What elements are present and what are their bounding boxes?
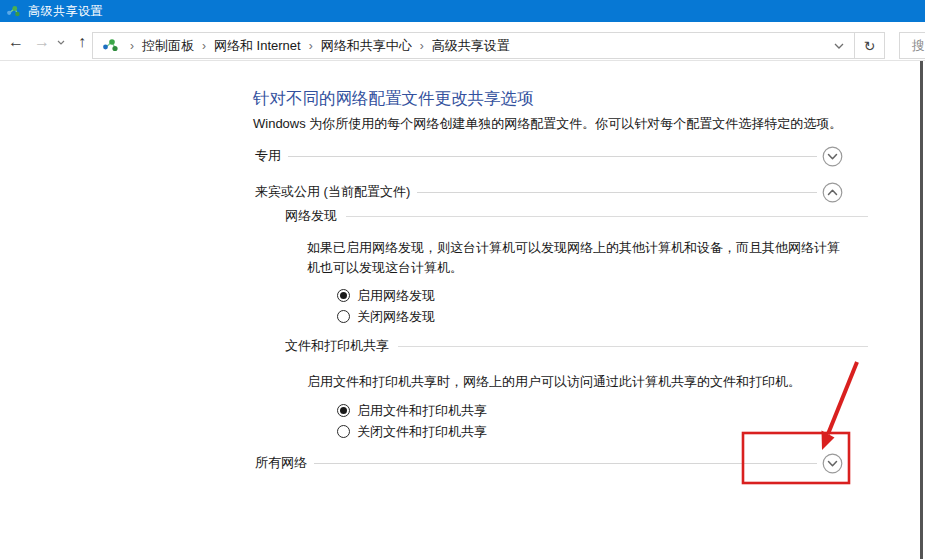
network-discovery-description: 如果已启用网络发现，则这台计算机可以发现网络上的其他计算机和设备，而且其他网络计…: [307, 238, 852, 278]
window-right-edge: [920, 61, 923, 559]
subsection-divider: [346, 216, 868, 217]
section-all-networks: 所有网络: [255, 452, 843, 474]
radio-row-enable-file-sharing[interactable]: 启用文件和打印机共享: [337, 401, 487, 420]
radio-label[interactable]: 启用网络发现: [357, 287, 435, 305]
breadcrumb-separator: ›: [194, 39, 214, 53]
expand-all-networks-chevron-icon[interactable]: [822, 453, 843, 474]
radio-label[interactable]: 关闭网络发现: [357, 308, 435, 326]
expand-private-chevron-icon[interactable]: [822, 146, 843, 167]
breadcrumb-item-network-internet[interactable]: 网络和 Internet: [214, 37, 301, 55]
section-divider: [417, 192, 817, 193]
radio-row-disable-file-sharing[interactable]: 关闭文件和打印机共享: [337, 422, 487, 441]
radio-label[interactable]: 启用文件和打印机共享: [357, 402, 487, 420]
breadcrumb-item-advanced-sharing[interactable]: 高级共享设置: [432, 37, 510, 55]
navigation-toolbar: ← → ↑ › 控制面板 › 网络和 Internet › 网络和共享中心: [0, 22, 925, 61]
breadcrumb-separator: ›: [301, 39, 321, 53]
section-divider: [314, 463, 817, 464]
page-title: 针对不同的网络配置文件更改共享选项: [253, 88, 534, 110]
annotation-overlay: [0, 0, 925, 559]
sharing-settings-icon: [6, 5, 21, 18]
breadcrumb-separator: ›: [122, 39, 142, 53]
subsection-divider: [398, 346, 868, 347]
radio-disable-file-sharing[interactable]: [337, 425, 350, 438]
radio-disable-network-discovery[interactable]: [337, 310, 350, 323]
section-guest-public-label: 来宾或公用 (当前配置文件): [255, 183, 410, 201]
breadcrumb: › 控制面板 › 网络和 Internet › 网络和共享中心 › 高级共享设置: [93, 37, 824, 55]
radio-label[interactable]: 关闭文件和打印机共享: [357, 423, 487, 441]
recent-pages-chevron-icon[interactable]: [54, 31, 68, 53]
file-printer-sharing-options: 启用文件和打印机共享 关闭文件和打印机共享: [337, 401, 487, 443]
network-discovery-title: 网络发现: [285, 207, 337, 225]
file-printer-sharing-title: 文件和打印机共享: [285, 337, 389, 355]
page-description: Windows 为你所使用的每个网络创建单独的网络配置文件。你可以针对每个配置文…: [253, 115, 842, 133]
refresh-icon[interactable]: ↻: [854, 33, 884, 58]
advanced-sharing-settings-window: 高级共享设置 ← → ↑ › 控制面板 › 网络和 Internet: [0, 0, 925, 559]
section-all-networks-label: 所有网络: [255, 454, 307, 472]
section-private-label: 专用: [255, 147, 281, 165]
collapse-guest-public-chevron-icon[interactable]: [822, 182, 843, 203]
address-bar[interactable]: › 控制面板 › 网络和 Internet › 网络和共享中心 › 高级共享设置…: [92, 32, 885, 59]
radio-row-enable-network-discovery[interactable]: 启用网络发现: [337, 286, 435, 305]
breadcrumb-item-control-panel[interactable]: 控制面板: [142, 37, 194, 55]
back-icon[interactable]: ←: [4, 31, 28, 53]
breadcrumb-separator: ›: [412, 39, 432, 53]
radio-enable-network-discovery[interactable]: [337, 289, 350, 302]
file-printer-sharing-description: 启用文件和打印机共享时，网络上的用户可以访问通过此计算机共享的文件和打印机。: [307, 372, 852, 392]
network-discovery-options: 启用网络发现 关闭网络发现: [337, 286, 435, 328]
up-icon[interactable]: ↑: [70, 31, 94, 53]
network-icon: [102, 38, 119, 53]
section-guest-public: 来宾或公用 (当前配置文件): [255, 181, 843, 203]
radio-row-disable-network-discovery[interactable]: 关闭网络发现: [337, 307, 435, 326]
subsection-network-discovery: 网络发现: [285, 208, 868, 224]
title-bar: 高级共享设置: [0, 0, 925, 22]
section-private: 专用: [255, 145, 843, 167]
breadcrumb-item-network-sharing-center[interactable]: 网络和共享中心: [321, 37, 412, 55]
forward-icon[interactable]: →: [30, 31, 54, 53]
address-dropdown-chevron-icon[interactable]: [824, 33, 854, 58]
section-divider: [288, 156, 817, 157]
radio-enable-file-sharing[interactable]: [337, 404, 350, 417]
subsection-file-printer-sharing: 文件和打印机共享: [285, 338, 868, 354]
window-title: 高级共享设置: [28, 3, 103, 20]
search-input[interactable]: 搜索: [899, 32, 925, 59]
